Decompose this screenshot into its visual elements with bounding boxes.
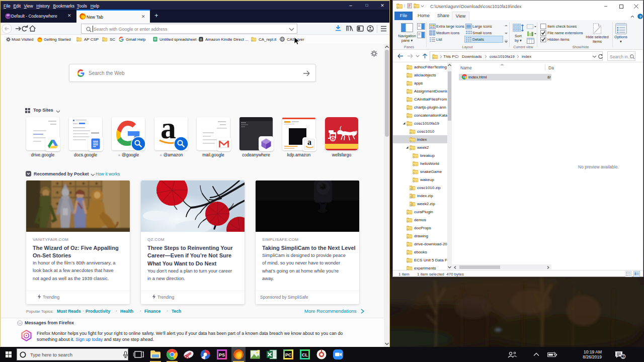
svg-text:?: ? bbox=[639, 15, 641, 19]
svg-text:PC: PC bbox=[285, 352, 292, 357]
svg-text:2: 2 bbox=[622, 354, 624, 359]
svg-text:CL: CL bbox=[302, 352, 308, 357]
svg-text:PS: PS bbox=[219, 352, 225, 357]
svg-text:a: a bbox=[200, 37, 202, 41]
